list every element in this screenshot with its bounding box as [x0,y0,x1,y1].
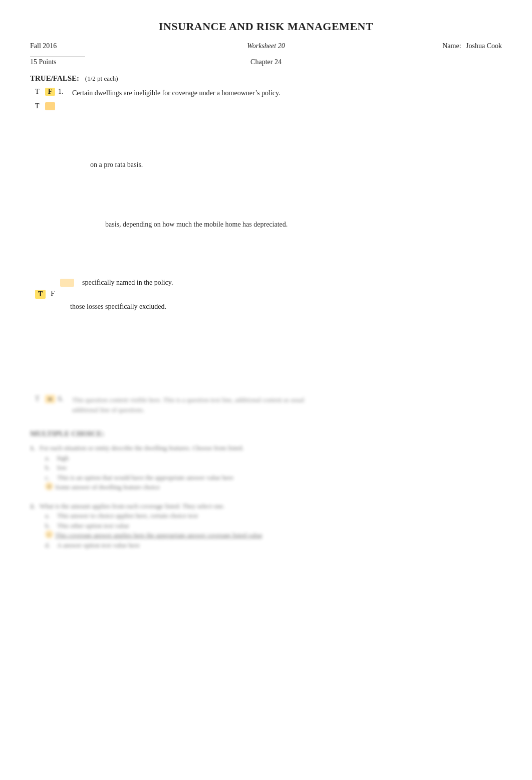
chapter-value: Chapter 24 [250,58,282,66]
space-3 [30,234,502,279]
q5-f-label: F [51,290,58,298]
student-name: Joshua Cook [466,42,502,50]
blurred-section: T ● 6. This question content visible her… [30,395,502,415]
mc-q1-text: 1. For each situation or entity describe… [30,443,502,453]
points-value: 15 Points [30,58,57,66]
points-label: 15 Points [30,58,187,66]
q3-partial-span: basis, depending on how much the mobile … [105,221,288,228]
mc-q2-c-highlight: c [45,530,53,538]
tf-note: (1/2 pt each) [85,75,118,82]
tf-section-label: TRUE/FALSE: (1/2 pt each) [30,74,502,83]
q6-text: This question content visible here. This… [72,395,502,415]
mc-q2-option-a: a. This answer to choice applies here, c… [45,511,502,521]
question-2-t-row: T [30,102,502,110]
question-5-row: T F [30,290,502,299]
q2-partial-text: on a pro rata basis. [90,159,502,170]
q1-f-highlight: F [45,88,55,96]
worksheet-value: Worksheet 20 [247,42,285,50]
q5-t-highlight: T [35,290,46,299]
mc-section: MULTIPLE CHOICE: 1. For each situation o… [30,430,502,550]
mc-q2-option-c: c This coverage answer applies here the … [45,530,502,540]
q5-partial-text: those losses specifically excluded. [70,303,502,311]
mc-q1-option-a: a. high [45,453,502,463]
header-row: Fall 2016 Worksheet 20 Name: Joshua Cook [30,42,502,57]
q2-f-highlight [45,102,55,110]
q6-number: 6. [58,395,68,403]
q4-highlight [60,279,74,287]
q6-highlight: ● [45,395,55,403]
mc-label-text: MULTIPLE CHOICE: [30,430,104,438]
chapter-label: Chapter 24 [187,58,345,66]
tf-label-text: TRUE/FALSE: [30,74,79,82]
mc-question-2: 2. What is the amount applies from each … [30,501,502,550]
q1-t-label: T [35,88,42,96]
semester-value: Fall 2016 [30,42,57,50]
name-label: Name: [442,42,461,50]
mc-q1-option-d: d Some answer of dwelling feature choice [45,482,502,492]
q1-number: 1. [58,88,68,96]
name-section: Name: Joshua Cook [345,42,502,50]
worksheet-label: Worksheet 20 [187,42,345,50]
q4-row: specifically named in the policy. [30,279,502,287]
space-4 [30,315,502,360]
mc-q1-option-c: c. This is an option that would have the… [45,473,502,483]
space-1 [30,114,502,159]
mc-q2-option-d: d. A answer option text value here [45,540,502,550]
q6-t-label: T [35,395,42,403]
space-5 [30,360,502,395]
question-1-row: T F 1. Certain dwellings are ineligible … [30,88,502,98]
q4-partial-text: specifically named in the policy. [82,279,173,287]
mc-q2-text: 2. What is the amount applies from each … [30,501,502,511]
q2-t-label: T [35,102,42,110]
q6-row: T ● 6. This question content visible her… [30,395,502,415]
q2-partial-span: on a pro rata basis. [90,161,143,168]
mc-section-label: MULTIPLE CHOICE: [30,430,502,438]
mc-q2-option-b: b. This other option text value [45,521,502,531]
page-title: INSURANCE AND RISK MANAGEMENT [30,20,502,33]
mc-q1-d-highlight: d [45,482,53,490]
space-2 [30,174,502,219]
subheader-row: 15 Points Chapter 24 [30,58,502,66]
mc-q1-option-b: b. low [45,463,502,473]
semester-label: Fall 2016 [30,42,187,57]
mc-question-1: 1. For each situation or entity describe… [30,443,502,492]
underline-decoration [30,52,85,57]
q5-partial-span: those losses specifically excluded. [70,303,166,310]
q3-partial-text: basis, depending on how much the mobile … [105,219,502,230]
q1-text: Certain dwellings are ineligible for cov… [72,88,502,98]
name-spacer [345,58,502,66]
